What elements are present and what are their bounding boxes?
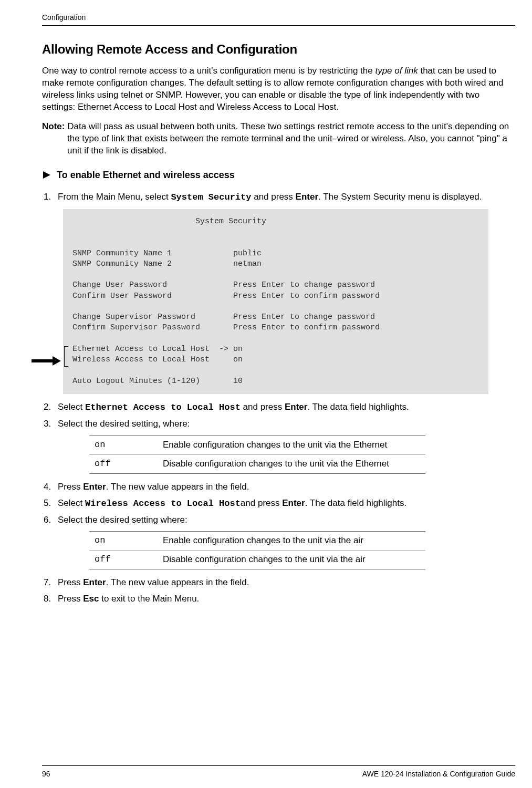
footer-rule — [42, 765, 515, 766]
intro-text-a: One way to control remote access to a un… — [42, 66, 375, 76]
intro-italic: type of link — [375, 66, 418, 76]
terminal-output: System Security SNMP Community Name 1 pu… — [63, 209, 488, 394]
note-body: Data will pass as usual between both uni… — [65, 121, 509, 155]
step-4-text-a: Press — [58, 482, 83, 492]
section-title: Allowing Remote Access and Configuration — [42, 40, 515, 58]
arrow-right-icon — [42, 170, 51, 180]
step-8-text-a: Press — [58, 594, 83, 604]
step-7: Press Enter. The new value appears in th… — [54, 577, 515, 589]
setting-value: on — [89, 436, 158, 454]
step-8-esc: Esc — [83, 594, 99, 604]
step-1: From the Main Menu, select System Securi… — [54, 191, 515, 394]
step-2-text-b: and press — [241, 402, 285, 412]
step-4-text-b: . The new value appears in the field. — [106, 482, 249, 492]
setting-value: off — [89, 551, 158, 569]
arrow-right-icon — [32, 356, 61, 366]
step-2-code: Ethernet Access to Local Host — [85, 402, 241, 412]
step-1-text-b: and press — [251, 192, 295, 202]
page-number: 96 — [42, 769, 50, 780]
step-7-text-a: Press — [58, 577, 83, 587]
settings-table-wireless: on Enable configuration changes to the u… — [89, 531, 425, 569]
step-5-text-c: . The data field highlights. — [305, 498, 406, 508]
step-5-text-a: Select — [58, 498, 85, 508]
setting-desc: Disable configuration changes to the uni… — [158, 551, 425, 569]
step-1-text-a: From the Main Menu, select — [58, 192, 171, 202]
table-row: on Enable configuration changes to the u… — [89, 532, 425, 551]
step-5-text-b: and press — [241, 498, 282, 508]
footer-guide-title: AWE 120-24 Installation & Configuration … — [362, 769, 515, 780]
step-1-enter: Enter — [296, 192, 318, 202]
table-row: off Disable configuration changes to the… — [89, 551, 425, 569]
bracket-top-icon — [64, 346, 68, 347]
table-row: on Enable configuration changes to the u… — [89, 436, 425, 454]
step-2-text-c: . The data field highlights. — [307, 402, 409, 412]
setting-value: off — [89, 454, 158, 473]
step-7-enter: Enter — [83, 577, 106, 587]
setting-desc: Disable configuration changes to the uni… — [158, 454, 425, 473]
step-5: Select Wireless Access to Local Hostand … — [54, 497, 515, 510]
step-4-enter: Enter — [83, 482, 106, 492]
svg-rect-1 — [32, 359, 53, 362]
bracket-bottom-icon — [64, 366, 68, 367]
step-6-text: Select the desired setting where: — [58, 515, 187, 525]
svg-marker-2 — [53, 356, 61, 366]
step-4: Press Enter. The new value appears in th… — [54, 481, 515, 493]
step-5-enter: Enter — [282, 498, 305, 508]
step-8-text-b: to exit to the Main Menu. — [99, 594, 199, 604]
terminal-block: System Security SNMP Community Name 1 pu… — [53, 209, 515, 394]
intro-paragraph: One way to control remote access to a un… — [42, 65, 515, 113]
step-2-text-a: Select — [58, 402, 85, 412]
procedure-heading: To enable Ethernet and wireless access — [42, 169, 515, 182]
step-5-code: Wireless Access to Local Host — [85, 499, 241, 509]
running-head: Configuration — [42, 13, 515, 23]
step-3: Select the desired setting, where: on En… — [54, 418, 515, 474]
step-8: Press Esc to exit to the Main Menu. — [54, 593, 515, 605]
procedure-heading-text: To enable Ethernet and wireless access — [57, 169, 235, 182]
page-footer: 96 AWE 120-24 Installation & Configurati… — [42, 765, 515, 780]
header-rule — [42, 25, 515, 26]
step-7-text-b: . The new value appears in the field. — [106, 577, 249, 587]
step-1-text-c: . The System Security menu is displayed. — [318, 192, 482, 202]
setting-desc: Enable configuration changes to the unit… — [158, 436, 425, 454]
setting-value: on — [89, 532, 158, 551]
step-6: Select the desired setting where: on Ena… — [54, 514, 515, 570]
step-2-enter: Enter — [285, 402, 307, 412]
svg-marker-0 — [43, 171, 50, 179]
setting-desc: Enable configuration changes to the unit… — [158, 532, 425, 551]
note-label: Note: — [42, 121, 65, 131]
step-1-code: System Security — [171, 192, 251, 202]
settings-table-ethernet: on Enable configuration changes to the u… — [89, 436, 425, 474]
table-row: off Disable configuration changes to the… — [89, 454, 425, 473]
step-3-text: Select the desired setting, where: — [58, 419, 190, 429]
step-2: Select Ethernet Access to Local Host and… — [54, 401, 515, 414]
note-paragraph: Note: Data will pass as usual between bo… — [42, 121, 515, 157]
bracket-icon — [64, 347, 65, 367]
